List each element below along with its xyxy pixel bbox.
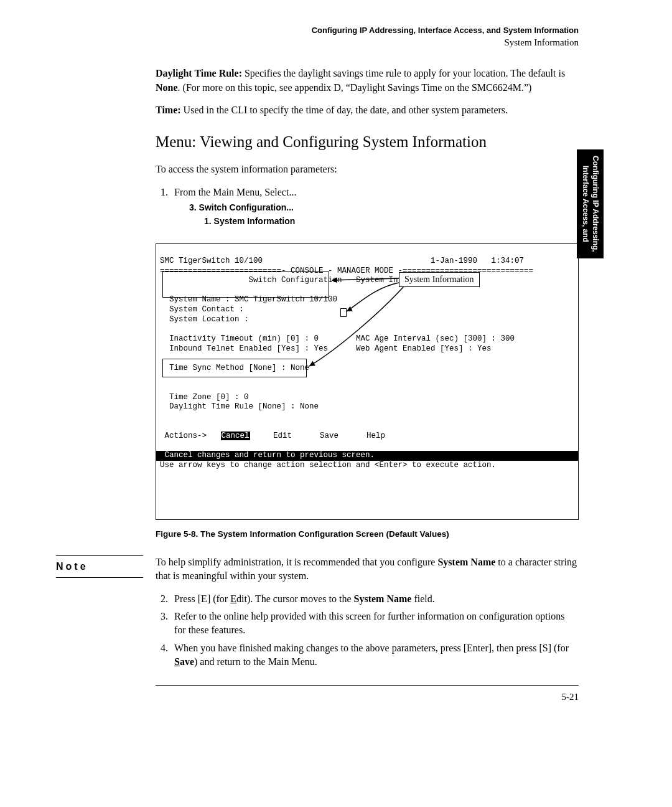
console-l6: System Location : xyxy=(160,315,249,324)
footer-rule xyxy=(156,685,579,686)
callout-system-information: System Information xyxy=(399,272,480,287)
step2-pre: Press [E] (for xyxy=(174,593,230,604)
console-l9: Time Sync Method [None] : None xyxy=(160,364,309,372)
console-l1: SMC TigerSwitch 10/100 1-Jan-1990 1:34:0… xyxy=(160,257,524,265)
note-pre: To help simplify administration, it is r… xyxy=(156,557,437,567)
console-screenshot: SMC TigerSwitch 10/100 1-Jan-1990 1:34:0… xyxy=(156,243,579,520)
step2-post: field. xyxy=(411,593,434,604)
note-label: Note xyxy=(56,555,143,578)
dtr-lead: Daylight Time Rule: xyxy=(156,68,242,78)
console-blank xyxy=(160,422,165,431)
console-l8: Inbound Telnet Enabled [Yes] : Yes Web A… xyxy=(160,344,492,353)
annotation-box-3 xyxy=(340,308,347,317)
side-tab: Configuring IP Addressing, Interface Acc… xyxy=(577,149,604,258)
console-l11: Daylight Time Rule [None] : None xyxy=(160,402,319,411)
paragraph-time: Time: Used in the CLI to specify the tim… xyxy=(156,103,579,117)
menu-path-system-info: 1. System Information xyxy=(204,215,579,228)
console-blank xyxy=(160,324,165,333)
console-status-bar: Cancel changes and return to previous sc… xyxy=(156,451,578,461)
step-3: Refer to the online help provided with t… xyxy=(170,610,579,638)
time-lead: Time: xyxy=(156,105,181,115)
page-header-subtitle: System Information xyxy=(156,36,579,49)
console-blank xyxy=(160,441,165,450)
console-blank xyxy=(160,354,165,362)
console-cancel-selected: Cancel xyxy=(221,432,250,440)
console-l5: System Contact : xyxy=(160,305,244,314)
console-blank xyxy=(160,383,165,392)
step4-pre: When you have finished making changes to… xyxy=(174,643,569,653)
console-blank xyxy=(160,286,165,295)
step4-post: ) and return to the Main Menu. xyxy=(194,656,317,667)
page-header-title: Configuring IP Addressing, Interface Acc… xyxy=(156,25,579,36)
section-heading: Menu: Viewing and Configuring System Inf… xyxy=(156,131,579,153)
console-l4: System Name : SMC TigerSwitch 10/100 xyxy=(160,295,337,304)
console-blank xyxy=(160,412,165,421)
step4-bold-rest: ave xyxy=(180,656,194,667)
menu-path-switch-config: 3. Switch Configuration... xyxy=(189,202,579,214)
note-bold: System Name xyxy=(437,557,495,567)
console-l10: Time Zone [0] : 0 xyxy=(160,393,249,402)
step-4: When you have finished making changes to… xyxy=(170,641,579,669)
figure-caption: Figure 5-8. The System Information Confi… xyxy=(156,529,579,540)
page-number: 5-21 xyxy=(31,691,579,704)
dtr-tail: . (For more on this topic, see appendix … xyxy=(178,82,532,93)
console-hint: Use arrow keys to change action selectio… xyxy=(160,461,496,470)
side-tab-line2: Interface Access, and xyxy=(581,166,590,242)
console-l3: Switch Configuration - System Informatio… xyxy=(160,276,440,285)
intro-line: To access the system information paramet… xyxy=(156,163,579,176)
console-actions-prefix: Actions-> xyxy=(160,432,221,440)
step2-bold: System Name xyxy=(354,593,412,604)
paragraph-daylight-rule: Daylight Time Rule: Specifies the daylig… xyxy=(156,67,579,95)
side-tab-line1: Configuring IP Addressing, xyxy=(591,156,600,252)
step1-text: From the Main Menu, Select... xyxy=(174,187,296,197)
time-body: Used in the CLI to specify the time of d… xyxy=(181,105,508,115)
dtr-none: None xyxy=(156,82,178,93)
step2-u: E xyxy=(230,593,236,604)
step-1: From the Main Menu, Select... 3. Switch … xyxy=(170,186,579,228)
console-actions-suffix: Edit Save Help xyxy=(250,432,386,440)
step-2: Press [E] (for Edit). The cursor moves t… xyxy=(170,592,579,606)
step4-u: S xyxy=(174,656,180,667)
console-blank xyxy=(160,373,165,382)
console-l7: Inactivity Timeout (min) [0] : 0 MAC Age… xyxy=(160,334,515,343)
dtr-body: Specifies the daylight savings time rule… xyxy=(242,68,565,78)
step2-mid: dit). The cursor moves to the xyxy=(236,593,354,604)
note-body: To help simplify administration, it is r… xyxy=(156,555,579,583)
